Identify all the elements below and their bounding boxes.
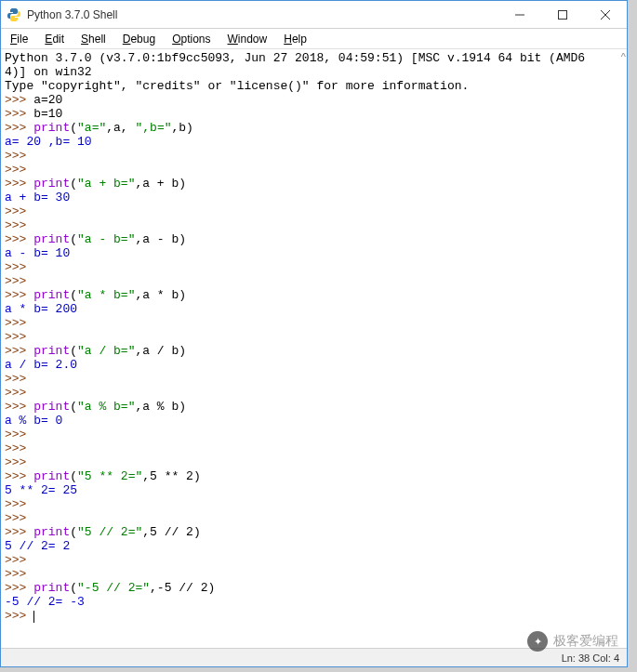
console-prompt-line[interactable]: >>> [5,609,623,623]
menu-file[interactable]: File [10,33,28,46]
console-line: >>> [5,330,623,344]
console-line: >>> a=20 [5,93,623,107]
menu-edit[interactable]: Edit [45,33,64,46]
console-line: >>> [5,553,623,567]
console-line: >>> print("-5 // 2=",-5 // 2) [5,581,623,595]
close-button[interactable] [584,1,627,29]
menu-options[interactable]: Options [172,33,210,46]
console-line: 5 // 2= 2 [5,539,623,553]
console-line: Type "copyright", "credits" or "license(… [5,79,623,93]
console-line: >>> print("a + b=",a + b) [5,177,623,191]
console-line: a * b= 200 [5,302,623,316]
text-cursor [33,611,34,623]
console-line: 4)] on win32 [5,65,623,79]
console-line: >>> [5,204,623,218]
window-controls [498,1,627,29]
watermark: ✦ 极客爱编程 [527,631,618,652]
console-line: >>> [5,511,623,525]
python-icon [7,7,21,22]
console-line: a= 20 ,b= 10 [5,135,623,149]
titlebar[interactable]: Python 3.7.0 Shell [1,1,627,29]
console-line: >>> [5,455,623,469]
svg-rect-1 [559,10,567,19]
maximize-button[interactable] [541,1,584,29]
console-line: >>> print("5 ** 2=",5 ** 2) [5,469,623,483]
console-line: >>> [5,316,623,330]
menu-shell[interactable]: Shell [81,33,106,46]
menubar: FileEditShellDebugOptionsWindowHelp [1,29,627,49]
console-line: >>> [5,497,623,511]
console-line: >>> print("5 // 2=",5 // 2) [5,525,623,539]
console-line: >>> b=10 [5,107,623,121]
console-line: a + b= 30 [5,191,623,204]
console-line: >>> [5,372,623,386]
console-line: >>> [5,441,623,455]
console-line: >>> [5,567,623,581]
console-line: >>> [5,274,623,288]
window-title: Python 3.7.0 Shell [27,8,498,21]
console-line: >>> [5,218,623,232]
app-window: Python 3.7.0 Shell FileEditShellDebugOpt… [0,0,628,667]
console-line: -5 // 2= -3 [5,595,623,609]
scroll-up-icon[interactable]: ^ [621,51,626,62]
console-line: >>> print("a % b=",a % b) [5,400,623,414]
console-area[interactable]: Python 3.7.0 (v3.7.0:1bf9cc5093, Jun 27 … [1,49,627,648]
menu-help[interactable]: Help [284,33,307,46]
console-line: >>> [5,163,623,177]
console-line: Python 3.7.0 (v3.7.0:1bf9cc5093, Jun 27 … [5,51,623,65]
console-line: >>> [5,428,623,441]
console-line: >>> print("a / b=",a / b) [5,344,623,358]
wechat-icon: ✦ [527,631,548,652]
menu-window[interactable]: Window [228,33,268,46]
minimize-button[interactable] [498,1,541,29]
console-line: a % b= 0 [5,414,623,428]
console-line: >>> [5,386,623,400]
console-line: >>> print("a * b=",a * b) [5,288,623,302]
console-line: >>> [5,149,623,163]
console-line: >>> print("a - b=",a - b) [5,232,623,246]
status-position: Ln: 38 Col: 4 [562,652,619,664]
watermark-text: 极客爱编程 [553,633,618,650]
console-line: 5 ** 2= 25 [5,483,623,497]
console-line: >>> print("a=",a, ",b=",b) [5,121,623,135]
console-line: a - b= 10 [5,246,623,260]
menu-debug[interactable]: Debug [123,33,155,46]
console-line: a / b= 2.0 [5,358,623,372]
console-line: >>> [5,260,623,274]
